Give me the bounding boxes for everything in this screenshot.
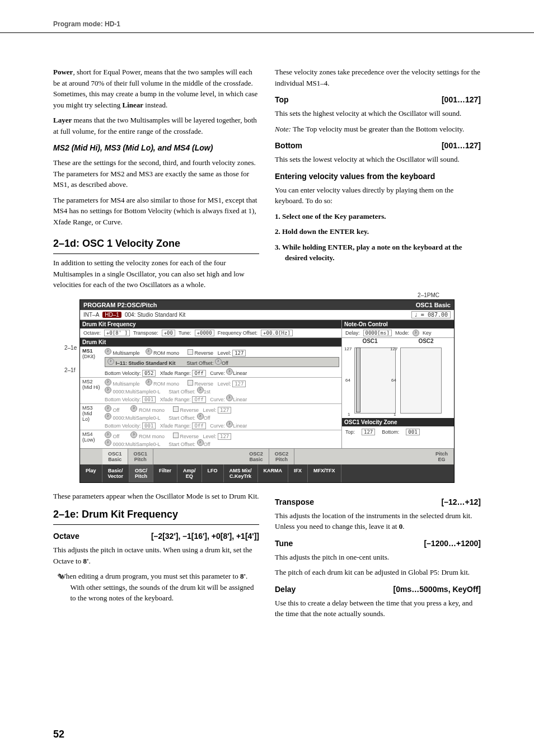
- ms2-heading: MS2 (Mid Hi), MS3 (Mid Lo), and MS4 (Low…: [53, 142, 259, 154]
- delay-field[interactable]: 0000[ms]: [363, 330, 392, 336]
- entering-p: You can enter velocity values directly b…: [275, 185, 481, 206]
- transpose-range: [–12…+12]: [442, 496, 481, 508]
- tune-field[interactable]: +0000: [195, 330, 214, 336]
- ms2-p1: These are the settings for the second, t…: [53, 157, 259, 190]
- tune-note: The pitch of each drum kit can be adjust…: [275, 567, 481, 578]
- octave-label: Octave: [53, 530, 79, 542]
- btab-lfo[interactable]: LFO: [202, 464, 224, 482]
- bottom-desc: This sets the lowest velocity at which t…: [275, 154, 481, 165]
- tab-osc1-pitch[interactable]: OSC1 Pitch: [128, 449, 154, 464]
- transpose-label: Transpose:: [133, 330, 158, 336]
- btab-basic-vector[interactable]: Basic/ Vector: [102, 464, 130, 482]
- tune-range: [–1200…+1200]: [424, 538, 481, 550]
- delay-range: [0ms…5000ms, KeyOff]: [394, 584, 481, 595]
- tab-pitch-eg[interactable]: Pitch EG: [430, 449, 454, 464]
- btab-osc-pitch[interactable]: OSC/ Pitch: [129, 464, 153, 482]
- delay-label: Delay: [275, 584, 296, 595]
- btab-ifx[interactable]: IFX: [288, 464, 308, 482]
- entering-heading: Entering velocity values from the keyboa…: [275, 171, 481, 182]
- callout-2-1f: 2–1f: [64, 367, 75, 373]
- top-note: Note: The Top velocity must be greater t…: [275, 124, 481, 135]
- delay-desc: Use this to create a delay between the t…: [275, 598, 481, 619]
- vzone-header: OSC1 Velocity Zone: [342, 418, 454, 426]
- tune-desc: This adjusts the pitch in one-cent units…: [275, 552, 481, 563]
- btab-mfx[interactable]: MFX/TFX: [308, 464, 341, 482]
- octave-label: Octave:: [83, 330, 101, 336]
- tempo-label: ♩ =: [414, 312, 424, 318]
- oct-desc: This adjusts the pitch in octave units. …: [53, 544, 259, 566]
- osc1-graph-title: OSC1: [342, 338, 398, 344]
- power-paragraph: Power, short for Equal Power, means that…: [53, 67, 259, 110]
- top-label: Top: [275, 94, 289, 106]
- screen-title-right: OSC1 Basic: [416, 302, 451, 308]
- btab-ams[interactable]: AMS Mix/ C.KeyTrk: [224, 464, 258, 482]
- btab-play[interactable]: Play: [80, 464, 102, 482]
- transpose-desc: This adjusts the location of the instrum…: [275, 510, 481, 532]
- top-range: [001…127]: [442, 94, 481, 106]
- osc1-velocity-graph: [354, 348, 396, 414]
- mode-knob-icon[interactable]: [413, 330, 419, 336]
- octave-range: [–2[32'], –1[16'], +0[8'], +1[4']]: [151, 530, 259, 542]
- step-2: 2. Hold down the ENTER key.: [275, 226, 481, 237]
- bottom-label: Bottom: [275, 140, 302, 152]
- tab-osc1-basic[interactable]: OSC1 Basic: [102, 449, 128, 464]
- octave-field[interactable]: +0[8' ]: [104, 330, 130, 336]
- oct-warning: When editing a drum program, you must se…: [70, 571, 259, 604]
- delay-label: Delay:: [345, 330, 360, 336]
- ms2-p2: The parameters for MS4 are also similar …: [53, 195, 259, 228]
- hd1-badge: HD–1: [102, 312, 121, 318]
- tab-osc2-basic[interactable]: OSC2 Basic: [243, 449, 269, 464]
- tune-label: Tune:: [179, 330, 191, 336]
- mode-value[interactable]: Key: [423, 330, 432, 336]
- top-desc: This sets the highest velocity at which …: [275, 108, 481, 119]
- ui-screenshot: 2–1e 2–1f 2–1PMC ▾ PROGRAM P2:OSC/Pitch …: [79, 299, 455, 483]
- page-number: 52: [53, 729, 64, 740]
- drumkit-header: Drum Kit: [80, 338, 341, 346]
- btab-karma[interactable]: KARMA: [258, 464, 289, 482]
- noteon-header: Note-On Control: [342, 320, 454, 328]
- freqoff-field[interactable]: +00.0[Hz]: [261, 330, 293, 336]
- tune-label: Tune: [275, 538, 293, 550]
- drumkit-freq-header: Drum Kit Frequency: [80, 320, 341, 328]
- step-3: 3. While holding ENTER, play a note on t…: [275, 242, 481, 264]
- ms-knob-icon[interactable]: [105, 348, 111, 355]
- vzone-top-field[interactable]: 127: [362, 429, 375, 435]
- left2-p1: These parameters appear when the Oscilla…: [53, 491, 259, 502]
- ms1-name: MS1: [82, 348, 93, 354]
- bottom-range: [001…127]: [442, 140, 481, 152]
- btab-amp-eq[interactable]: Amp/ EQ: [177, 464, 202, 482]
- sec-2-1d-p: In addition to setting the velocity zone…: [53, 257, 259, 290]
- program-name[interactable]: 004: Studio Standard Kit: [125, 312, 185, 318]
- mode-label: Mode:: [395, 330, 409, 336]
- callout-pmc: 2–1PMC: [418, 292, 439, 298]
- page-header: Program mode: HD-1: [53, 20, 481, 28]
- tab-osc2-pitch[interactable]: OSC2 Pitch: [269, 449, 295, 464]
- vzone-bottom-field[interactable]: 001: [406, 429, 419, 435]
- freqoff-label: Frequency Offset:: [218, 330, 257, 336]
- dropdown-icon[interactable]: ▾: [435, 298, 438, 304]
- osc2-velocity-graph: [400, 348, 442, 414]
- section-2-1e: 2–1e: Drum Kit Frequency: [53, 507, 259, 525]
- reverse-checkbox[interactable]: [188, 349, 193, 355]
- section-2-1d: 2–1d: OSC 1 Velocity Zone: [53, 236, 259, 254]
- layer-paragraph: Layer means that the two Multisamples wi…: [53, 115, 259, 137]
- bank-label: INT–A: [83, 312, 99, 318]
- kit-name[interactable]: I–11: Studio Standard Kit: [116, 360, 176, 366]
- right-p1: These velocity zones take precedence ove…: [275, 67, 481, 88]
- screen-title: PROGRAM P2:OSC/Pitch: [83, 302, 157, 308]
- step-1: 1. Select one of the Key parameters.: [275, 211, 481, 222]
- tempo-value[interactable]: 087.00: [428, 312, 448, 318]
- transpose-label: Transpose: [275, 496, 314, 508]
- osc2-graph-title: OSC2: [398, 338, 454, 344]
- btab-filter[interactable]: Filter: [153, 464, 177, 482]
- callout-2-1e: 2–1e: [64, 345, 77, 351]
- transpose-field[interactable]: +00: [162, 330, 175, 336]
